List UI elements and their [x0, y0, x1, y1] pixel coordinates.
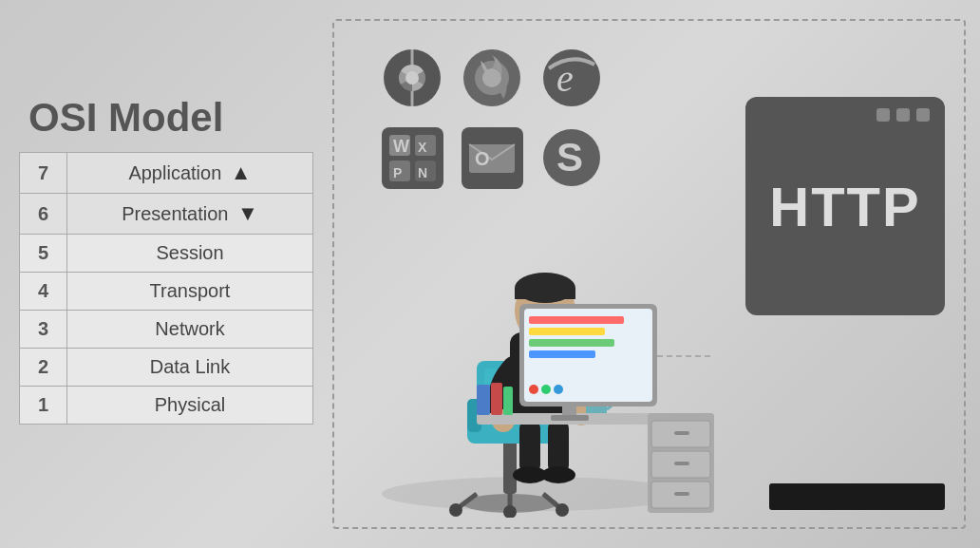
http-window: HTTP: [745, 97, 945, 315]
layer-4-name: Transport: [67, 273, 313, 311]
layer-5-name: Session: [67, 235, 313, 273]
layer-5-number: 5: [20, 235, 67, 273]
svg-text:W: W: [393, 137, 409, 156]
svg-point-57: [529, 385, 538, 394]
window-dot-3: [916, 108, 930, 122]
layer-7-row: 7 Application ▲: [20, 153, 313, 194]
svg-rect-65: [674, 431, 689, 435]
svg-rect-70: [503, 387, 513, 415]
layer-5-row: 5 Session: [20, 235, 313, 273]
up-arrow-icon: ▲: [231, 161, 252, 185]
svg-rect-67: [674, 492, 689, 496]
svg-text:X: X: [418, 140, 427, 155]
svg-rect-56: [529, 350, 595, 358]
svg-rect-68: [477, 385, 490, 415]
layer-6-number: 6: [20, 194, 67, 235]
osi-title: OSI Model: [19, 95, 313, 141]
desk-scene: [344, 157, 743, 518]
window-dot-2: [896, 108, 910, 122]
svg-point-4: [405, 71, 419, 85]
svg-point-29: [449, 503, 462, 517]
layer-7-name: Application ▲: [67, 153, 313, 194]
svg-rect-37: [519, 421, 540, 473]
layer-1-row: 1 Physical: [20, 387, 313, 425]
layer-3-row: 3 Network: [20, 311, 313, 349]
svg-rect-38: [548, 421, 569, 473]
http-label: HTTP: [769, 175, 920, 238]
svg-point-31: [556, 503, 569, 517]
svg-rect-66: [674, 462, 689, 465]
black-bar: [769, 483, 945, 510]
window-dot-1: [876, 108, 890, 122]
svg-point-59: [554, 385, 563, 394]
svg-rect-47: [515, 288, 575, 299]
chrome-icon: [382, 47, 443, 109]
layer-1-name: Physical: [67, 387, 313, 425]
layer-1-number: 1: [20, 387, 67, 425]
layer-6-name: Presentation ▼: [67, 194, 313, 235]
firefox-icon: [462, 47, 523, 109]
svg-rect-54: [529, 328, 605, 335]
svg-rect-50: [551, 415, 589, 421]
layer-4-number: 4: [20, 273, 67, 311]
layer-3-name: Network: [67, 311, 313, 349]
layer-7-number: 7: [20, 153, 67, 194]
svg-rect-53: [529, 316, 624, 324]
window-controls: [876, 108, 930, 122]
ie-icon: e: [541, 47, 603, 109]
osi-table: 7 Application ▲ 6 Presentation ▼ 5 Sessi…: [19, 152, 313, 425]
layer-2-name: Data Link: [67, 349, 313, 387]
layer-3-number: 3: [20, 311, 67, 349]
svg-rect-55: [529, 339, 614, 347]
layer-2-row: 2 Data Link: [20, 349, 313, 387]
layer-6-row: 6 Presentation ▼: [20, 194, 313, 235]
osi-panel: OSI Model 7 Application ▲ 6 Presentation…: [19, 95, 313, 425]
down-arrow-icon: ▼: [237, 201, 258, 226]
svg-rect-69: [491, 383, 502, 415]
main-content-area: e W X P N: [332, 19, 966, 529]
layer-4-row: 4 Transport: [20, 273, 313, 311]
svg-point-58: [541, 385, 551, 394]
layer-2-number: 2: [20, 349, 67, 387]
svg-point-40: [541, 466, 575, 483]
